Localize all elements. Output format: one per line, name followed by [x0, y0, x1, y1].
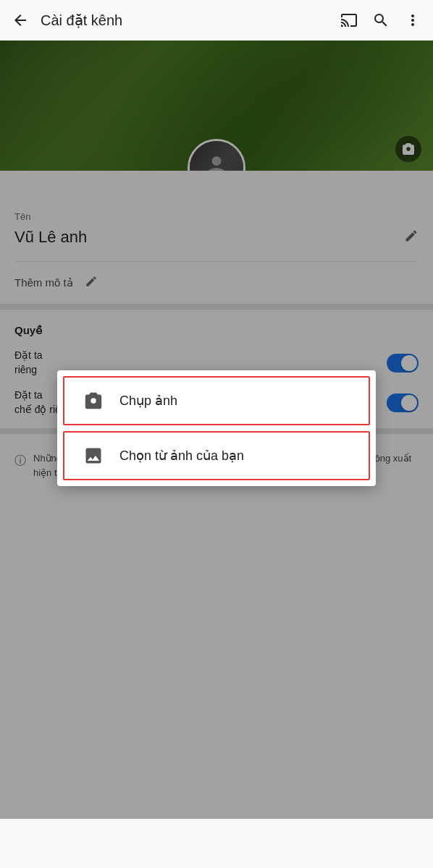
photo-picker-modal: Chụp ảnh Chọn từ ảnh của bạn [57, 370, 376, 486]
choose-photo-option[interactable]: Chọn từ ảnh của bạn [63, 431, 370, 480]
cast-icon[interactable] [340, 12, 358, 29]
take-photo-label: Chụp ảnh [119, 393, 177, 409]
gallery-icon [82, 446, 105, 466]
top-bar-left: Cài đặt kênh [12, 12, 122, 29]
search-icon[interactable] [372, 12, 390, 29]
camera-icon [82, 391, 105, 411]
page-title: Cài đặt kênh [41, 12, 122, 29]
top-bar: Cài đặt kênh [0, 0, 433, 41]
take-photo-option[interactable]: Chụp ảnh [63, 376, 370, 425]
back-button[interactable] [12, 12, 29, 29]
top-bar-right [340, 12, 421, 29]
choose-photo-label: Chọn từ ảnh của bạn [119, 448, 244, 464]
more-options-icon[interactable] [404, 12, 421, 29]
